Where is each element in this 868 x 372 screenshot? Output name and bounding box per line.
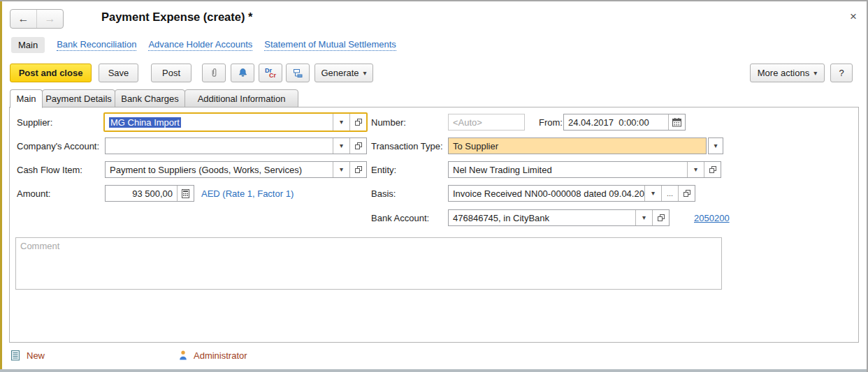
- gl-account-link[interactable]: 2050200: [694, 213, 730, 223]
- help-button[interactable]: ?: [830, 64, 853, 82]
- back-button[interactable]: ←: [10, 10, 37, 28]
- company-account-open-button[interactable]: [349, 138, 366, 154]
- nav-item-statement-of-mutual-settlements[interactable]: Statement of Mutual Settlements: [264, 38, 396, 51]
- cash-flow-item-open-button[interactable]: [349, 162, 366, 177]
- transaction-type-field[interactable]: To Supplier: [448, 137, 707, 154]
- cash-flow-item-field[interactable]: Payment to Suppliers (Goods, Works, Serv…: [105, 161, 367, 178]
- supplier-label: Supplier:: [17, 117, 52, 128]
- tab-payment-details[interactable]: Payment Details: [42, 89, 115, 107]
- company-account-dropdown-button[interactable]: ▾: [333, 138, 349, 154]
- attachments-button[interactable]: [202, 64, 226, 82]
- date-value[interactable]: 24.04.2017 0:00:00: [564, 114, 668, 130]
- debit-credit-icon: DrCr: [265, 68, 276, 79]
- ellipsis-icon: ...: [667, 189, 673, 198]
- amount-calculator-button[interactable]: [177, 186, 194, 201]
- window-left-accent: [0, 1, 2, 371]
- supplier-dropdown-button[interactable]: ▾: [333, 114, 349, 131]
- current-user-text: Administrator: [194, 350, 247, 361]
- basis-choose-button[interactable]: ...: [661, 186, 678, 201]
- company-account-label: Company's Account:: [17, 141, 99, 151]
- comment-textarea[interactable]: [15, 237, 722, 290]
- bank-account-open-button[interactable]: [652, 210, 669, 225]
- document-status-icon: [10, 350, 21, 362]
- back-icon: ←: [18, 13, 29, 25]
- open-item-icon: [354, 142, 363, 150]
- save-button[interactable]: Save: [99, 64, 138, 82]
- page-title: Payment Expense (create) *: [101, 10, 252, 24]
- close-icon: ×: [850, 10, 857, 24]
- history-nav-group: ← →: [10, 9, 64, 29]
- from-label: From:: [539, 117, 563, 128]
- supplier-value: MG China Import: [109, 117, 181, 128]
- bank-account-dropdown-button[interactable]: ▾: [635, 210, 652, 225]
- paperclip-icon: [209, 68, 219, 79]
- supplier-open-button[interactable]: [349, 114, 366, 131]
- bank-account-value[interactable]: 476846745, in CityBank: [449, 210, 635, 225]
- tab-additional-information[interactable]: Additional Information: [185, 89, 298, 107]
- number-input[interactable]: [448, 114, 525, 131]
- bell-icon: [238, 68, 248, 78]
- cash-flow-item-value[interactable]: Payment to Suppliers (Goods, Works, Serv…: [106, 162, 333, 177]
- date-picker-button[interactable]: [668, 114, 685, 130]
- document-status: New: [10, 350, 45, 362]
- calendar-icon: [672, 118, 681, 127]
- open-item-icon: [354, 118, 363, 126]
- help-icon: ?: [839, 68, 844, 78]
- basis-label: Basis:: [371, 188, 396, 199]
- cash-flow-item-label: Cash Flow Item:: [17, 165, 82, 175]
- basis-value[interactable]: Invoice Received NN00-000008 dated 09.04…: [449, 186, 644, 201]
- cash-flow-item-dropdown-button[interactable]: ▾: [333, 162, 349, 177]
- currency-rate-link[interactable]: AED (Rate 1, Factor 1): [201, 188, 294, 199]
- nav-item-bank-reconciliation[interactable]: Bank Reconciliation: [57, 38, 136, 51]
- tab-bank-charges[interactable]: Bank Charges: [115, 89, 185, 107]
- post-and-close-button[interactable]: Post and close: [10, 64, 92, 82]
- amount-field[interactable]: 93 500,00: [105, 185, 194, 202]
- post-button[interactable]: Post: [151, 64, 191, 82]
- close-button[interactable]: ×: [846, 9, 861, 24]
- calculator-icon: [182, 189, 189, 198]
- related-documents-button[interactable]: [286, 64, 310, 82]
- open-item-icon: [354, 165, 363, 174]
- document-status-text: New: [27, 350, 45, 361]
- bank-account-label: Bank Account:: [371, 213, 429, 223]
- number-label: Number:: [371, 117, 406, 128]
- entity-field[interactable]: Nel New Trading Limited ▾: [448, 161, 721, 178]
- bank-account-field[interactable]: 476846745, in CityBank ▾: [448, 209, 670, 226]
- open-item-icon: [709, 165, 717, 174]
- amount-label: Amount:: [17, 188, 50, 199]
- user-icon: [178, 350, 188, 361]
- transaction-type-label: Transaction Type:: [371, 141, 443, 151]
- entity-open-button[interactable]: [704, 162, 721, 177]
- transaction-type-value[interactable]: To Supplier: [449, 138, 706, 154]
- company-account-field[interactable]: ▾: [105, 137, 367, 154]
- current-user: Administrator: [178, 350, 247, 361]
- window-bottom-edge: [0, 369, 868, 372]
- tab-main[interactable]: Main: [10, 89, 43, 108]
- entity-dropdown-button[interactable]: ▾: [687, 162, 704, 177]
- payment-expense-window: ← → Payment Expense (create) * × Main Ba…: [0, 0, 868, 372]
- forward-button[interactable]: →: [37, 10, 63, 28]
- form-navigation: Main Bank Reconciliation Advance Holder …: [11, 36, 396, 53]
- chevron-down-icon: ▾: [813, 70, 817, 77]
- amount-value[interactable]: 93 500,00: [106, 186, 177, 201]
- basis-field[interactable]: Invoice Received NN00-000008 dated 09.04…: [448, 185, 695, 202]
- open-item-icon: [657, 214, 665, 222]
- more-actions-button[interactable]: More actions▾: [750, 64, 825, 82]
- basis-dropdown-button[interactable]: ▾: [644, 186, 661, 201]
- company-account-value[interactable]: [106, 138, 333, 154]
- date-field[interactable]: 24.04.2017 0:00:00: [563, 114, 686, 131]
- transaction-type-dropdown-button[interactable]: ▾: [708, 137, 723, 154]
- journal-entries-button[interactable]: DrCr: [259, 64, 282, 82]
- basis-open-button[interactable]: [678, 186, 695, 201]
- supplier-field[interactable]: MG China Import ▾: [103, 112, 368, 132]
- forward-icon: →: [45, 13, 56, 25]
- chevron-down-icon: ▾: [363, 70, 367, 77]
- entity-value[interactable]: Nel New Trading Limited: [449, 162, 687, 177]
- nav-item-advance-holder-accounts[interactable]: Advance Holder Accounts: [148, 38, 252, 51]
- open-item-icon: [683, 189, 691, 198]
- document-structure-icon: [293, 68, 303, 78]
- generate-button[interactable]: Generate▾: [314, 64, 373, 82]
- reminder-button[interactable]: [231, 64, 254, 82]
- entity-label: Entity:: [371, 165, 396, 175]
- nav-item-main[interactable]: Main: [11, 37, 45, 53]
